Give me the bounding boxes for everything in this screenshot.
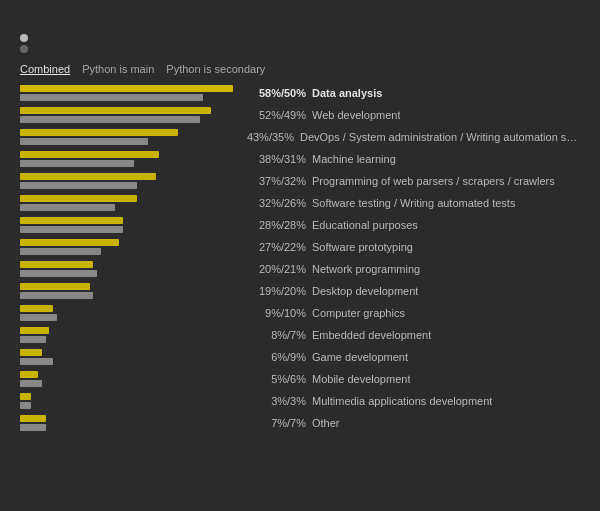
- percentage: 3%/3%: [246, 395, 306, 407]
- tab-combined[interactable]: Combined: [20, 63, 70, 75]
- chart-row: 28%/28% Educational purposes: [20, 215, 580, 235]
- bar-container: [20, 107, 240, 123]
- bar-container: [20, 349, 240, 365]
- row-label: Data analysis: [312, 87, 382, 99]
- chart-row: 9%/10% Computer graphics: [20, 303, 580, 323]
- tab-main[interactable]: Python is main: [82, 63, 154, 75]
- percentage: 28%/28%: [246, 219, 306, 231]
- row-label: Other: [312, 417, 340, 429]
- bar-container: [20, 217, 240, 233]
- percentage: 38%/31%: [246, 153, 306, 165]
- chart-row: 19%/20% Desktop development: [20, 281, 580, 301]
- bar-2018: [20, 217, 123, 224]
- chart-row: 6%/9% Game development: [20, 347, 580, 367]
- percentage: 19%/20%: [246, 285, 306, 297]
- chart-row: 38%/31% Machine learning: [20, 149, 580, 169]
- row-label: Machine learning: [312, 153, 396, 165]
- bar-2018: [20, 239, 119, 246]
- bar-2017: [20, 292, 93, 299]
- percentage: 8%/7%: [246, 329, 306, 341]
- percentage: 27%/22%: [246, 241, 306, 253]
- bar-container: [20, 129, 231, 145]
- bar-2018: [20, 85, 233, 92]
- bar-container: [20, 283, 240, 299]
- chart-row: 7%/7% Other: [20, 413, 580, 433]
- row-label: Game development: [312, 351, 408, 363]
- percentage: 58%/50%: [246, 87, 306, 99]
- bar-container: [20, 173, 240, 189]
- percentage: 43%/35%: [237, 131, 294, 143]
- row-label: Network programming: [312, 263, 420, 275]
- percentage: 6%/9%: [246, 351, 306, 363]
- bar-2017: [20, 204, 115, 211]
- row-label: Software prototyping: [312, 241, 413, 253]
- bar-2017: [20, 226, 123, 233]
- legend: [20, 34, 580, 53]
- bar-2018: [20, 107, 211, 114]
- percentage: 20%/21%: [246, 263, 306, 275]
- bar-container: [20, 85, 240, 101]
- legend-dot-2017: [20, 45, 28, 53]
- bar-2018: [20, 327, 49, 334]
- percentage: 52%/49%: [246, 109, 306, 121]
- bar-2017: [20, 248, 101, 255]
- bar-2018: [20, 415, 46, 422]
- bar-2018: [20, 371, 38, 378]
- tabs[interactable]: Combined Python is main Python is second…: [20, 63, 580, 75]
- bar-container: [20, 305, 240, 321]
- bar-2017: [20, 94, 203, 101]
- chart-row: 5%/6% Mobile development: [20, 369, 580, 389]
- chart-row: 3%/3% Multimedia applications developmen…: [20, 391, 580, 411]
- bar-container: [20, 371, 240, 387]
- bar-2018: [20, 305, 53, 312]
- bar-container: [20, 393, 240, 409]
- percentage: 37%/32%: [246, 175, 306, 187]
- chart-area: 58%/50% Data analysis 52%/49% Web develo…: [20, 83, 580, 433]
- bar-2018: [20, 195, 137, 202]
- bar-2017: [20, 402, 31, 409]
- row-label: Software testing / Writing automated tes…: [312, 197, 515, 209]
- bar-2017: [20, 138, 148, 145]
- bar-2018: [20, 151, 159, 158]
- percentage: 7%/7%: [246, 417, 306, 429]
- chart-row: 27%/22% Software prototyping: [20, 237, 580, 257]
- bar-2017: [20, 116, 200, 123]
- bar-2018: [20, 349, 42, 356]
- row-label: Multimedia applications development: [312, 395, 492, 407]
- bar-2017: [20, 314, 57, 321]
- bar-container: [20, 415, 240, 431]
- chart-row: 52%/49% Web development: [20, 105, 580, 125]
- tab-secondary[interactable]: Python is secondary: [166, 63, 265, 75]
- chart-row: 8%/7% Embedded development: [20, 325, 580, 345]
- bar-2018: [20, 173, 156, 180]
- bar-2017: [20, 160, 134, 167]
- chart-row: 32%/26% Software testing / Writing autom…: [20, 193, 580, 213]
- bar-2017: [20, 270, 97, 277]
- chart-row: 58%/50% Data analysis: [20, 83, 580, 103]
- row-label: Web development: [312, 109, 400, 121]
- percentage: 5%/6%: [246, 373, 306, 385]
- bar-2017: [20, 182, 137, 189]
- row-label: Mobile development: [312, 373, 410, 385]
- bar-2018: [20, 393, 31, 400]
- percentage: 9%/10%: [246, 307, 306, 319]
- bar-container: [20, 261, 240, 277]
- bar-2017: [20, 336, 46, 343]
- row-label: Computer graphics: [312, 307, 405, 319]
- bar-container: [20, 327, 240, 343]
- percentage: 32%/26%: [246, 197, 306, 209]
- row-label: Educational purposes: [312, 219, 418, 231]
- bar-container: [20, 239, 240, 255]
- bar-2017: [20, 358, 53, 365]
- chart-row: 43%/35% DevOps / System administration /…: [20, 127, 580, 147]
- legend-2018: [20, 34, 580, 42]
- row-label: Embedded development: [312, 329, 431, 341]
- bar-container: [20, 151, 240, 167]
- bar-container: [20, 195, 240, 211]
- bar-2018: [20, 261, 93, 268]
- bar-2018: [20, 283, 90, 290]
- chart-row: 20%/21% Network programming: [20, 259, 580, 279]
- bar-2017: [20, 380, 42, 387]
- bar-2017: [20, 424, 46, 431]
- bar-2018: [20, 129, 178, 136]
